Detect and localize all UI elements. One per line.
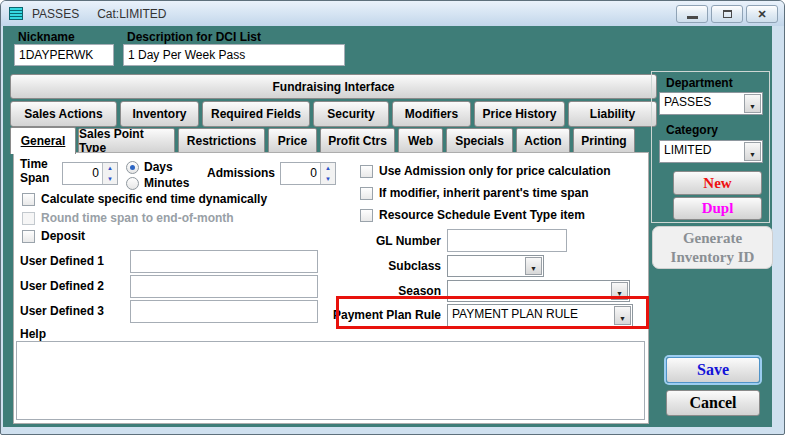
tab-required-fields[interactable]: Required Fields (202, 101, 310, 127)
window-title: PASSES (32, 7, 79, 21)
user-defined-3-input[interactable] (130, 300, 318, 323)
tab-general[interactable]: General (10, 127, 76, 154)
cancel-button[interactable]: Cancel (666, 390, 760, 416)
subclass-select[interactable] (447, 255, 544, 277)
time-span-label: Time Span (20, 157, 58, 185)
user-defined-1-input[interactable] (130, 250, 318, 273)
fundraising-interface-button[interactable]: Fundraising Interface (10, 74, 657, 99)
generate-inventory-id-button: Generate Inventory ID (652, 226, 773, 269)
save-button[interactable]: Save (666, 357, 760, 383)
subclass-dropdown-button[interactable] (525, 257, 542, 275)
checkbox-use-admission[interactable]: Use Admission only for price calculation (360, 165, 611, 178)
spinner-down-icon[interactable] (103, 174, 117, 185)
checkbox-use-admission-label: Use Admission only for price calculation (379, 165, 611, 178)
close-button[interactable]: ✕ (746, 5, 778, 23)
help-textarea[interactable] (16, 341, 645, 420)
titlebar[interactable]: PASSES Cat:LIMITED (1, 1, 784, 26)
tab-price[interactable]: Price (268, 128, 317, 153)
season-value (448, 281, 610, 301)
checkbox-resource-label: Resource Schedule Event Type item (379, 209, 585, 222)
tab-printing[interactable]: Printing (573, 128, 635, 153)
checkbox-round-time-span: Round time span to end-of-month (22, 212, 234, 225)
category-value: LIMITED (660, 141, 743, 162)
time-span-stepper[interactable]: 0 (62, 162, 118, 185)
tab-security[interactable]: Security (313, 101, 389, 127)
checkbox-icon (360, 165, 373, 178)
season-label: Season (398, 284, 441, 298)
checkbox-calc-end-time[interactable]: Calculate specific end time dynamically (22, 193, 267, 206)
time-span-value: 0 (63, 163, 102, 184)
time-span-spinner-buttons (102, 163, 117, 184)
help-label: Help (20, 327, 46, 341)
radio-minutes-label: Minutes (144, 176, 189, 190)
admissions-spinner-buttons (320, 163, 335, 184)
tab-inventory[interactable]: Inventory (120, 101, 199, 127)
nickname-input[interactable]: 1DAYPERWK (14, 44, 114, 66)
department-dropdown-button[interactable] (744, 94, 761, 113)
tab-modifiers[interactable]: Modifiers (392, 101, 471, 127)
tab-liability[interactable]: Liability (568, 101, 657, 127)
tab-profit-ctrs[interactable]: Profit Ctrs (320, 128, 395, 153)
checkbox-resource-schedule[interactable]: Resource Schedule Event Type item (360, 209, 585, 222)
tab-sales-point-type[interactable]: Sales Point Type (78, 128, 175, 153)
category-dropdown-button[interactable] (744, 142, 761, 161)
app-icon (9, 7, 23, 20)
checkbox-deposit-label: Deposit (41, 230, 85, 243)
radio-unselected-icon (126, 177, 139, 190)
checkbox-icon (22, 193, 35, 206)
chevron-down-icon (749, 95, 756, 113)
tab-action[interactable]: Action (516, 128, 570, 153)
window-category-tag: Cat:LIMITED (97, 7, 166, 21)
new-button[interactable]: New (673, 171, 762, 195)
user-defined-2-input[interactable] (130, 275, 318, 298)
spinner-down-icon[interactable] (321, 174, 335, 185)
chevron-down-icon (619, 307, 626, 325)
department-select[interactable]: PASSES (659, 92, 763, 115)
radio-minutes[interactable]: Minutes (126, 176, 189, 190)
subclass-value (448, 256, 524, 276)
season-dropdown-button[interactable] (611, 282, 628, 300)
tab-restrictions[interactable]: Restrictions (178, 128, 265, 153)
checkbox-calc-label: Calculate specific end time dynamically (41, 193, 267, 206)
category-select[interactable]: LIMITED (659, 140, 763, 163)
spinner-up-icon[interactable] (103, 163, 117, 174)
maximize-button[interactable] (711, 5, 743, 23)
checkbox-deposit[interactable]: Deposit (22, 230, 85, 243)
season-select[interactable] (447, 280, 630, 302)
checkbox-icon (22, 230, 35, 243)
chevron-down-icon (749, 143, 756, 161)
admissions-value: 0 (281, 163, 320, 184)
payment-plan-rule-dropdown-button[interactable] (614, 306, 631, 325)
category-label: Category (666, 123, 718, 137)
tab-web[interactable]: Web (398, 128, 443, 153)
admissions-stepper[interactable]: 0 (280, 162, 336, 185)
department-value: PASSES (660, 93, 743, 114)
description-label: Description for DCI List (127, 30, 261, 44)
payment-plan-rule-value: PAYMENT PLAN RULE (448, 305, 613, 326)
chevron-down-icon (530, 257, 537, 275)
checkbox-icon (360, 209, 373, 222)
checkbox-inherit-time-span[interactable]: If modifier, inherit parent's time span (360, 187, 589, 200)
radio-days-label: Days (144, 160, 173, 174)
admissions-label: Admissions (207, 166, 275, 180)
user-defined-2-label: User Defined 2 (20, 279, 104, 293)
subclass-label: Subclass (388, 259, 441, 273)
tab-specials[interactable]: Specials (446, 128, 513, 153)
payment-plan-rule-select[interactable]: PAYMENT PLAN RULE (447, 304, 633, 327)
minimize-icon (687, 16, 698, 19)
department-label: Department (666, 76, 733, 90)
user-defined-3-label: User Defined 3 (20, 304, 104, 318)
checkbox-icon (22, 212, 35, 225)
spinner-up-icon[interactable] (321, 163, 335, 174)
nickname-label: Nickname (18, 30, 75, 44)
tab-sales-actions[interactable]: Sales Actions (10, 101, 117, 127)
radio-selected-icon (126, 161, 139, 174)
radio-days[interactable]: Days (126, 160, 173, 174)
gl-number-input[interactable] (447, 229, 567, 252)
dupl-button[interactable]: Dupl (673, 197, 762, 220)
minimize-button[interactable] (676, 5, 708, 23)
chevron-down-icon (616, 282, 623, 300)
tab-price-history[interactable]: Price History (474, 101, 565, 127)
maximize-icon (723, 10, 732, 18)
description-input[interactable]: 1 Day Per Week Pass (123, 44, 345, 66)
